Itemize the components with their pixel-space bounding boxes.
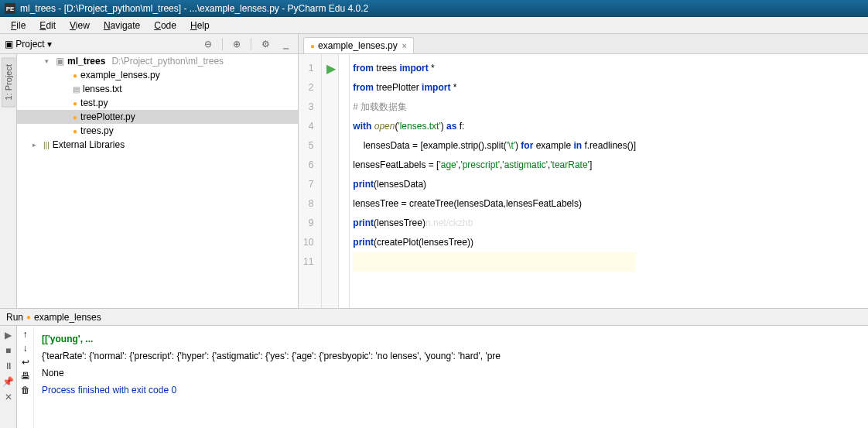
text-icon: ▤ [73, 85, 80, 94]
project-vert-tab[interactable]: 1: Project [2, 57, 15, 107]
code-line[interactable]: lensesFeatLabels = ['age','prescript','a… [353, 156, 636, 175]
run-header: Run ● example_lenses [0, 309, 868, 326]
python-icon: ● [73, 127, 77, 135]
tab-example-lenses[interactable]: ● example_lenses.py × [303, 37, 414, 53]
external-label: External Libraries [53, 139, 125, 150]
python-icon: ● [73, 99, 77, 108]
code-line[interactable]: print(lensesTree)n.net/ckzhb [353, 214, 636, 233]
menu-help[interactable]: Help [184, 19, 216, 33]
menu-navigate[interactable]: Navigate [97, 19, 146, 33]
tab-label: example_lenses.py [318, 40, 398, 51]
menu-edit[interactable]: Edit [33, 19, 62, 33]
project-tree: ▾ ▣ ml_trees D:\Project_python\ml_trees … [17, 54, 299, 308]
menu-bar: File Edit View Navigate Code Help [0, 17, 868, 34]
app-icon: PE [5, 3, 15, 14]
pause-icon[interactable]: ⏸ [2, 360, 15, 372]
root-path: D:\Project_python\ml_trees [111, 56, 224, 67]
chevron-down-icon: ▾ [45, 57, 53, 65]
menu-file[interactable]: File [5, 19, 32, 33]
tree-file[interactable]: ●treePlotter.py [17, 110, 298, 124]
output-line: {'tearRate': {'normal': {'prescript': {'… [42, 348, 860, 365]
run-config-name: example_lenses [34, 312, 101, 323]
code-line[interactable]: from treePlotter import * [353, 78, 636, 98]
run-panel: Run ● example_lenses ▶ ■ ⏸ 📌 ✕ ↑ ↓ ↩ 🖶 🗑… [0, 308, 868, 428]
output-line: [['young', ... [42, 330, 860, 348]
code-line[interactable]: # 加载数据集 [353, 98, 636, 117]
tree-file[interactable]: ●example_lenses.py [17, 68, 298, 82]
window-title: ml_trees - [D:\Project_python\ml_trees] … [20, 3, 368, 14]
menu-view[interactable]: View [63, 19, 96, 33]
file-name: treePlotter.py [80, 111, 135, 122]
folder-icon: ▣ [56, 56, 64, 67]
python-icon: ● [310, 42, 315, 50]
target-icon[interactable]: ⊕ [229, 36, 244, 52]
collapse-icon[interactable]: ⊖ [200, 36, 216, 52]
python-icon: ● [73, 71, 77, 80]
toolbar-row: ▣ Project ▾ ⊖ ⊕ ⚙ ⎯ ● example_lenses.py … [0, 34, 868, 54]
code-line[interactable]: lensesData = [example.strip().split('\t'… [353, 136, 636, 156]
code-line[interactable]: with open('lenses.txt') as f: [353, 117, 636, 136]
python-icon: ● [26, 313, 31, 321]
stop-icon[interactable]: ■ [2, 344, 15, 357]
code-line[interactable] [353, 252, 636, 272]
title-bar: PE ml_trees - [D:\Project_python\ml_tree… [0, 0, 868, 17]
run-line-icon[interactable]: ▶ [326, 59, 330, 78]
sidebar-vertical: 1: Project [0, 54, 17, 308]
rerun-icon[interactable]: ▶ [2, 329, 15, 341]
hide-icon[interactable]: ⎯ [278, 36, 293, 52]
pin-icon[interactable]: 📌 [2, 375, 15, 388]
trash-icon[interactable]: 🗑 [21, 385, 30, 395]
run-body: ▶ ■ ⏸ 📌 ✕ ↑ ↓ ↩ 🖶 🗑 [['young', ...{'tear… [0, 326, 868, 428]
code-content[interactable]: from trees import *from treePlotter impo… [350, 54, 636, 308]
down-icon[interactable]: ↓ [23, 343, 28, 354]
tree-file[interactable]: ●test.py [17, 96, 298, 110]
tree-file[interactable]: ●trees.py [17, 124, 298, 138]
file-name: trees.py [80, 125, 114, 136]
code-line[interactable]: from trees import * [353, 59, 636, 78]
library-icon: ||| [43, 141, 50, 149]
output-line: Process finished with exit code 0 [42, 382, 860, 399]
python-icon: ● [73, 113, 77, 122]
menu-code[interactable]: Code [148, 19, 183, 33]
print-icon[interactable]: 🖶 [21, 371, 30, 382]
code-line[interactable]: lensesTree = createTree(lensesData,lense… [353, 194, 636, 214]
run-output[interactable]: [['young', ...{'tearRate': {'normal': {'… [34, 326, 868, 428]
editor-tabs: ● example_lenses.py × [299, 34, 868, 53]
tree-root[interactable]: ▾ ▣ ml_trees D:\Project_python\ml_trees [17, 54, 298, 68]
chevron-right-icon: ▸ [32, 141, 40, 149]
up-icon[interactable]: ↑ [23, 329, 28, 340]
run-inner-column: ↑ ↓ ↩ 🖶 🗑 [17, 326, 34, 428]
file-name: lenses.txt [83, 84, 122, 94]
main-area: 1: Project ▾ ▣ ml_trees D:\Project_pytho… [0, 54, 868, 308]
external-libraries[interactable]: ▸ ||| External Libraries [17, 138, 298, 152]
code-line[interactable]: print(lensesData) [353, 175, 636, 194]
run-label: Run [6, 312, 23, 323]
run-gutter: ▶ [322, 54, 339, 308]
fold-column [339, 54, 350, 308]
project-dropdown[interactable]: ▣ Project ▾ [5, 39, 52, 50]
root-name: ml_trees [67, 56, 105, 67]
close-icon[interactable]: × [402, 42, 407, 50]
line-numbers: 1234567891011 [299, 54, 322, 308]
project-toolbar: ▣ Project ▾ ⊖ ⊕ ⚙ ⎯ [0, 34, 299, 53]
wrap-icon[interactable]: ↩ [22, 357, 29, 368]
tree-file[interactable]: ▤lenses.txt [17, 82, 298, 96]
gear-icon[interactable]: ⚙ [258, 36, 273, 52]
file-name: example_lenses.py [80, 70, 160, 80]
run-tool-column: ▶ ■ ⏸ 📌 ✕ [0, 326, 17, 428]
file-name: test.py [80, 98, 108, 108]
output-line: None [42, 365, 860, 382]
close-run-icon[interactable]: ✕ [2, 391, 15, 403]
code-line[interactable]: print(createPlot(lensesTree)) [353, 233, 636, 252]
code-editor[interactable]: 1234567891011 ▶ from trees import *from … [299, 54, 868, 308]
